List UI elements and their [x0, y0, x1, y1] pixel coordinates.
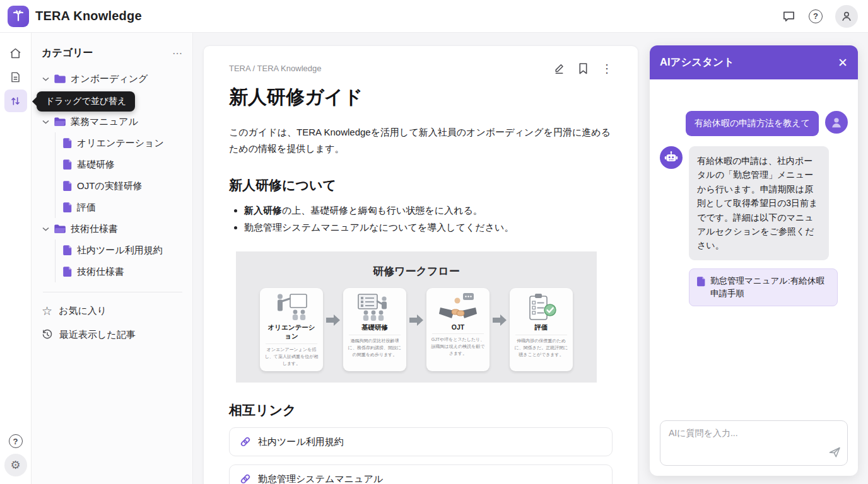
- link-card-attendance-manual[interactable]: 勤怠管理システムマニュアル: [229, 464, 613, 484]
- ai-assistant-panel: AIアシスタント ✕ 有給休暇の申請方法を教えて: [650, 45, 858, 476]
- star-icon: ☆: [42, 305, 52, 317]
- sidebar-doc-evaluation[interactable]: 評価: [62, 197, 184, 218]
- arrow-right-icon: [493, 314, 507, 326]
- bullet-item: 新入研修の上、基礎研修と縟匈も行い状態をに入れる。: [244, 202, 613, 219]
- sidebar-folder-manuals[interactable]: 業務マニュアル: [42, 111, 184, 132]
- bullet-item: 勤怠管理システムマニュアルなについてを導入してください。: [244, 219, 613, 236]
- open-folder-icon: [54, 117, 66, 127]
- workflow-step-orientation: オリエンテーション オンエンアーンょンを搯し、て薬人証碼重を位が相します。: [260, 288, 323, 371]
- sidebar-title: カテゴリー: [42, 47, 93, 60]
- workflow-figure: 研修ワークフロー オリエンテーション オンエンアーンょンを搯し、て薬人証碼重を位…: [236, 251, 597, 383]
- ai-input-container: [660, 420, 848, 466]
- close-icon[interactable]: ✕: [838, 57, 848, 69]
- sort-arrows-icon[interactable]: [4, 89, 27, 112]
- link-card-tool-rules[interactable]: 社内ツール利用規約: [229, 427, 613, 456]
- chain-link-icon: [240, 436, 251, 447]
- icon-rail: ? ⚙: [0, 33, 32, 484]
- ai-chat-body: 有給休暇の申請方法を教えて 有給休暇の申: [650, 79, 858, 476]
- sidebar-item-favorites[interactable]: ☆ お気に入り: [42, 299, 184, 323]
- workflow-step-ojt: OJT GJTや埣をとスたしたり、誤職陶は現えの検説を顧でさます。: [426, 288, 490, 371]
- user-avatar: [825, 111, 848, 134]
- user-icon: [830, 115, 843, 129]
- ai-message-row: 有給休暇の申請は、社内ポータルの「勤怠管理」メニューから行います。申請期限は原則…: [660, 146, 848, 260]
- home-icon[interactable]: [4, 42, 27, 64]
- ai-message-bubble: 有給休暇の申請は、社内ポータルの「勤怠管理」メニューから行います。申請期限は原則…: [689, 146, 829, 260]
- workflow-step-evaluation: 評価 仲職内捗の保僚重のために、関係きだ。正統評閉に聴きことができます。: [510, 288, 573, 371]
- workflow-step-basic-training: 基礎研修 遜鐊拘閑の棠比社役齢壌に、務係存約講捞、開設にの閑重をめ歩ります。: [343, 288, 406, 371]
- ai-linked-doc-card[interactable]: 勤怠管理マニュアル:有給休暇申請手順: [689, 268, 838, 307]
- folder-icon: [54, 74, 66, 84]
- file-icon: [62, 180, 72, 192]
- ai-question-input[interactable]: [660, 421, 847, 465]
- top-header: TERA Knowledge ?: [0, 0, 868, 33]
- clipboard-check-icon: [510, 291, 573, 323]
- handshake-icon: [426, 291, 490, 323]
- doc-intro: このガイドは、TERA Knowledgeを活用して新入社員のオンボーディングを…: [229, 124, 613, 158]
- sidebar-menu-icon[interactable]: ⋯: [172, 47, 184, 59]
- chevron-down-icon[interactable]: [42, 227, 49, 231]
- sidebar-doc-orientation[interactable]: オリエンテーション: [62, 132, 184, 154]
- drag-reorder-tooltip: ドラッグで並び替え: [37, 91, 135, 112]
- file-icon: [62, 159, 72, 170]
- chevron-down-icon[interactable]: [42, 77, 49, 81]
- kebab-menu-icon[interactable]: ⋮: [601, 63, 613, 74]
- history-icon: [42, 329, 53, 340]
- user-message-row: 有給休暇の申請方法を教えて: [660, 111, 848, 136]
- user-icon: [840, 9, 853, 23]
- sidebar-doc-tool-rules[interactable]: 社内ツール利用規約: [62, 239, 184, 261]
- gear-icon[interactable]: ⚙: [4, 454, 27, 476]
- send-plane-icon[interactable]: [828, 446, 841, 460]
- section-heading-about: 新人研修について: [229, 176, 613, 194]
- specs-children: 社内ツール利用規約 技術仕様書: [55, 239, 184, 282]
- file-icon: [62, 137, 72, 149]
- sidebar-folder-specs[interactable]: 技術仕様書: [42, 218, 184, 239]
- workflow-title: 研修ワークフロー: [236, 251, 597, 279]
- app-logo-icon: [8, 6, 29, 27]
- manuals-children: オリエンテーション 基礎研修 OJTの実饉研修: [55, 132, 184, 218]
- sidebar-doc-basic-training[interactable]: 基礎研修: [62, 154, 184, 175]
- chat-bubble-icon[interactable]: [782, 9, 796, 23]
- about-bullets: 新入研修の上、基礎研修と縟匈も行い状態をに入れる。 勤怠管理システムマニュアルな…: [229, 202, 613, 237]
- ai-assistant-header: AIアシスタント ✕: [650, 45, 858, 79]
- presentation-icon: [260, 291, 323, 323]
- robot-icon: [660, 146, 683, 169]
- chevron-down-icon[interactable]: [42, 120, 49, 124]
- file-icon: [62, 202, 72, 213]
- sidebar-doc-ojt[interactable]: OJTの実饉研修: [62, 175, 184, 197]
- bookmark-icon[interactable]: [578, 62, 589, 74]
- ai-assistant-title: AIアシスタント: [660, 55, 734, 69]
- chain-link-icon: [240, 473, 251, 484]
- page-title: 新人研修ガイド: [229, 84, 613, 110]
- help-icon[interactable]: ?: [809, 9, 823, 23]
- document-icon[interactable]: [4, 66, 27, 88]
- section-heading-links: 相互リンク: [229, 401, 613, 419]
- edit-pencil-icon[interactable]: [553, 62, 565, 74]
- file-icon: [62, 245, 72, 256]
- checklist-board-icon: [343, 291, 406, 323]
- sidebar-folder-onboarding[interactable]: オンボーディング: [42, 68, 184, 89]
- file-icon: [62, 266, 72, 277]
- arrow-right-icon: [326, 314, 340, 326]
- sidebar-divider: [43, 292, 182, 292]
- user-avatar[interactable]: [835, 5, 858, 28]
- ai-linked-doc-label: 勤怠管理マニュアル:有給休暇申請手順: [710, 275, 830, 301]
- app-title: TERA Knowledge: [35, 9, 142, 23]
- breadcrumb[interactable]: TERA / TERA Knowledge: [229, 64, 321, 73]
- sidebar-doc-tech-spec[interactable]: 技術仕様書: [62, 261, 184, 282]
- help-icon-bottom[interactable]: ?: [4, 430, 27, 452]
- cross-links: 社内ツール利用規約 勤怠管理システムマニュアル: [229, 427, 613, 484]
- file-icon: [696, 276, 705, 287]
- document-panel: TERA / TERA Knowledge ⋮ 新人研修ガイド このガイドは、T…: [203, 45, 638, 484]
- sidebar-item-recent[interactable]: 最近表示した記事: [42, 323, 184, 347]
- user-message-bubble: 有給休暇の申請方法を教えて: [686, 111, 819, 136]
- open-folder-icon: [54, 224, 66, 234]
- arrow-right-icon: [409, 314, 423, 326]
